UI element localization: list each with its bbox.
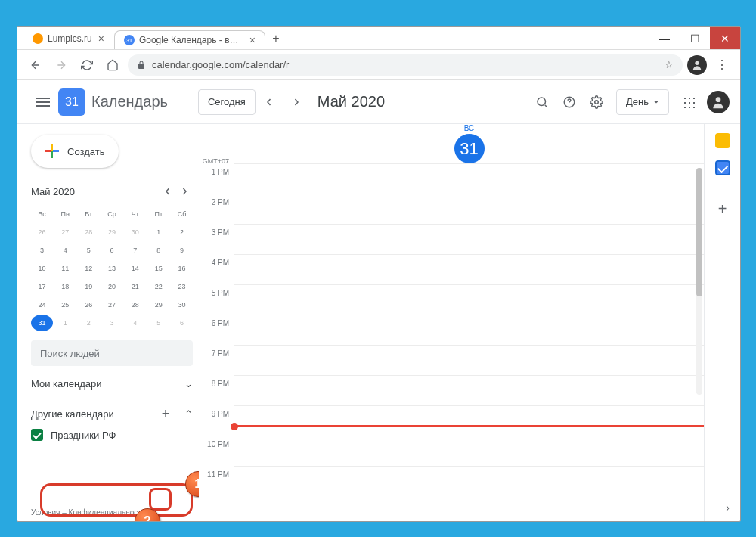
browser-menu[interactable]: ⋮ — [711, 57, 733, 72]
hour-slot[interactable] — [234, 345, 704, 375]
my-calendars-section[interactable]: Мои календари ⌄ — [31, 378, 193, 390]
close-icon[interactable]: × — [98, 33, 104, 45]
mini-day-cell[interactable]: 7 — [124, 242, 146, 259]
mini-day-cell[interactable]: 26 — [78, 296, 100, 313]
hour-slot[interactable] — [234, 466, 704, 496]
account-avatar[interactable] — [707, 91, 730, 113]
mini-day-cell[interactable]: 17 — [31, 278, 53, 295]
create-button[interactable]: Создать — [31, 135, 119, 168]
mini-day-cell[interactable]: 8 — [147, 242, 169, 259]
hour-slot[interactable] — [234, 254, 704, 284]
other-calendars-section[interactable]: Другие календари + ⌃ — [31, 406, 193, 421]
url-field[interactable]: calendar.google.com/calendar/r ☆ — [128, 54, 683, 76]
view-selector[interactable]: День — [616, 89, 669, 115]
tasks-icon[interactable] — [715, 160, 730, 175]
mini-day-cell[interactable]: 29 — [147, 296, 169, 313]
hour-slot[interactable] — [234, 315, 704, 345]
home-button[interactable] — [102, 54, 123, 76]
mini-day-cell[interactable]: 22 — [147, 278, 169, 295]
mini-day-cell[interactable]: 25 — [54, 296, 76, 313]
next-period-button[interactable] — [284, 90, 308, 114]
back-button[interactable] — [25, 54, 46, 76]
mini-day-cell[interactable]: 11 — [54, 260, 76, 277]
add-calendar-button[interactable]: + — [158, 406, 173, 421]
mini-day-cell[interactable]: 10 — [31, 260, 53, 277]
mini-day-cell[interactable]: 13 — [101, 260, 123, 277]
scroll-thumb[interactable] — [696, 168, 702, 296]
mini-next-button[interactable] — [176, 183, 193, 200]
lock-icon — [137, 61, 146, 70]
main-menu-button[interactable] — [28, 87, 58, 117]
mini-day-cell[interactable]: 20 — [101, 278, 123, 295]
mini-day-cell[interactable]: 24 — [31, 296, 53, 313]
new-tab-button[interactable]: + — [265, 27, 287, 49]
footer-links[interactable]: Условия – Конфиденциальность — [31, 508, 145, 517]
mini-day-cell[interactable]: 12 — [78, 260, 100, 277]
day-number[interactable]: 31 — [454, 134, 485, 163]
today-button[interactable]: Сегодня — [198, 89, 256, 115]
forward-button[interactable] — [51, 54, 72, 76]
mini-day-cell[interactable]: 1 — [54, 315, 76, 331]
mini-day-cell[interactable]: 14 — [124, 260, 146, 277]
mini-day-cell[interactable]: 21 — [124, 278, 146, 295]
close-icon[interactable]: × — [249, 34, 256, 46]
mini-day-cell[interactable]: 31 — [31, 315, 53, 331]
search-people-input[interactable]: Поиск людей — [31, 340, 193, 366]
mini-day-cell[interactable]: 4 — [54, 242, 76, 259]
hour-slot[interactable] — [234, 194, 704, 224]
mini-day-cell[interactable]: 4 — [124, 315, 146, 331]
mini-day-cell[interactable]: 16 — [171, 260, 193, 277]
scrollbar[interactable] — [696, 168, 702, 395]
mini-day-cell[interactable]: 28 — [124, 296, 146, 313]
maximize-button[interactable]: ☐ — [680, 27, 710, 49]
close-button[interactable]: ✕ — [710, 27, 740, 49]
mini-day-cell[interactable]: 5 — [78, 242, 100, 259]
hour-slot[interactable] — [234, 163, 704, 194]
mini-day-cell[interactable]: 9 — [171, 242, 193, 259]
hour-slot[interactable] — [234, 436, 704, 466]
collapse-side-panel[interactable]: › — [726, 501, 730, 514]
mini-day-cell[interactable]: 27 — [54, 224, 76, 241]
settings-button[interactable] — [583, 88, 610, 116]
mini-day-cell[interactable]: 6 — [101, 242, 123, 259]
mini-prev-button[interactable] — [160, 183, 176, 200]
hour-slot[interactable] — [234, 375, 704, 405]
mini-day-cell[interactable]: 27 — [101, 296, 123, 313]
hour-slot[interactable] — [234, 284, 704, 315]
mini-day-cell[interactable]: 2 — [78, 315, 100, 331]
keep-icon[interactable] — [715, 133, 730, 148]
calendar-item-holidays[interactable]: Праздники РФ — [31, 429, 193, 441]
mini-day-cell[interactable]: 30 — [124, 224, 146, 241]
mini-day-cell[interactable]: 18 — [54, 278, 76, 295]
mini-day-cell[interactable]: 2 — [171, 224, 193, 241]
mini-day-cell[interactable]: 3 — [31, 242, 53, 259]
day-column[interactable]: ВС 31 — [234, 124, 704, 521]
checkbox-checked[interactable] — [31, 429, 43, 441]
mini-day-cell[interactable]: 28 — [78, 224, 100, 241]
hour-slot[interactable] — [234, 405, 704, 436]
mini-day-cell[interactable]: 1 — [147, 224, 169, 241]
mini-day-cell[interactable]: 3 — [101, 315, 123, 331]
mini-day-cell[interactable]: 5 — [147, 315, 169, 331]
minimize-button[interactable]: — — [649, 27, 680, 49]
mini-day-cell[interactable]: 15 — [147, 260, 169, 277]
mini-day-cell[interactable]: 29 — [101, 224, 123, 241]
prev-period-button[interactable] — [257, 90, 281, 114]
mini-day-cell[interactable]: 26 — [31, 224, 53, 241]
svg-point-4 — [716, 97, 721, 102]
search-button[interactable] — [528, 88, 556, 116]
tab-lumpics[interactable]: Lumpics.ru × — [23, 27, 114, 49]
help-button[interactable] — [556, 88, 583, 116]
hour-slot[interactable] — [234, 224, 704, 254]
profile-avatar[interactable] — [687, 55, 707, 75]
bookmark-icon[interactable]: ☆ — [665, 59, 674, 70]
tab-google-calendar[interactable]: 31 Google Календарь - воскресень × — [114, 30, 265, 49]
mini-day-cell[interactable]: 19 — [78, 278, 100, 295]
mini-day-cell[interactable]: 23 — [171, 278, 193, 295]
mini-day-cell[interactable]: 30 — [171, 296, 193, 313]
add-addon-button[interactable]: + — [715, 200, 730, 218]
reload-button[interactable] — [76, 54, 98, 76]
google-apps-button[interactable] — [675, 88, 702, 116]
time-label: 2 PM — [199, 198, 234, 228]
mini-day-cell[interactable]: 6 — [171, 315, 193, 331]
